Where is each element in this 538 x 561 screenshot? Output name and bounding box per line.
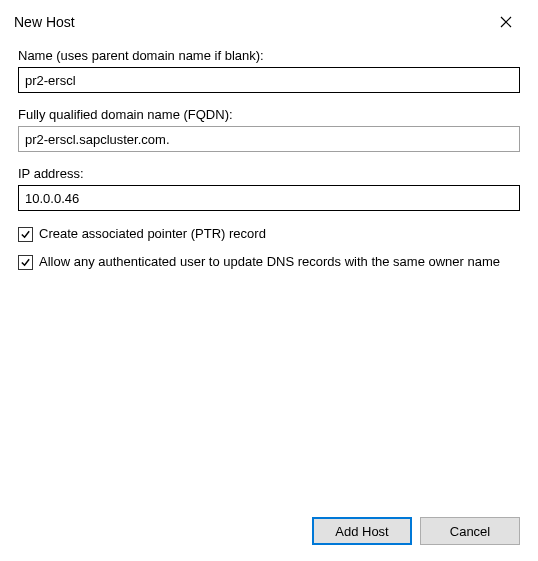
close-icon [500, 16, 512, 28]
allow-update-checkbox[interactable] [18, 255, 33, 270]
ptr-checkbox-row: Create associated pointer (PTR) record [18, 225, 520, 243]
cancel-button[interactable]: Cancel [420, 517, 520, 545]
checkmark-icon [20, 229, 31, 240]
name-input[interactable] [18, 67, 520, 93]
field-ip: IP address: [18, 166, 520, 211]
checkmark-icon [20, 257, 31, 268]
fqdn-label: Fully qualified domain name (FQDN): [18, 107, 520, 122]
close-button[interactable] [486, 8, 526, 36]
add-host-button[interactable]: Add Host [312, 517, 412, 545]
dialog-title: New Host [14, 14, 75, 30]
ip-label: IP address: [18, 166, 520, 181]
titlebar: New Host [0, 0, 538, 36]
ip-input[interactable] [18, 185, 520, 211]
field-fqdn: Fully qualified domain name (FQDN): pr2-… [18, 107, 520, 152]
dialog-footer: Add Host Cancel [312, 517, 520, 545]
fqdn-display: pr2-erscl.sapcluster.com. [18, 126, 520, 152]
ptr-checkbox-label: Create associated pointer (PTR) record [39, 225, 266, 243]
ptr-checkbox[interactable] [18, 227, 33, 242]
name-label: Name (uses parent domain name if blank): [18, 48, 520, 63]
allow-update-checkbox-row: Allow any authenticated user to update D… [18, 253, 520, 271]
field-name: Name (uses parent domain name if blank): [18, 48, 520, 93]
allow-update-checkbox-label: Allow any authenticated user to update D… [39, 253, 500, 271]
dialog-content: Name (uses parent domain name if blank):… [0, 36, 538, 270]
